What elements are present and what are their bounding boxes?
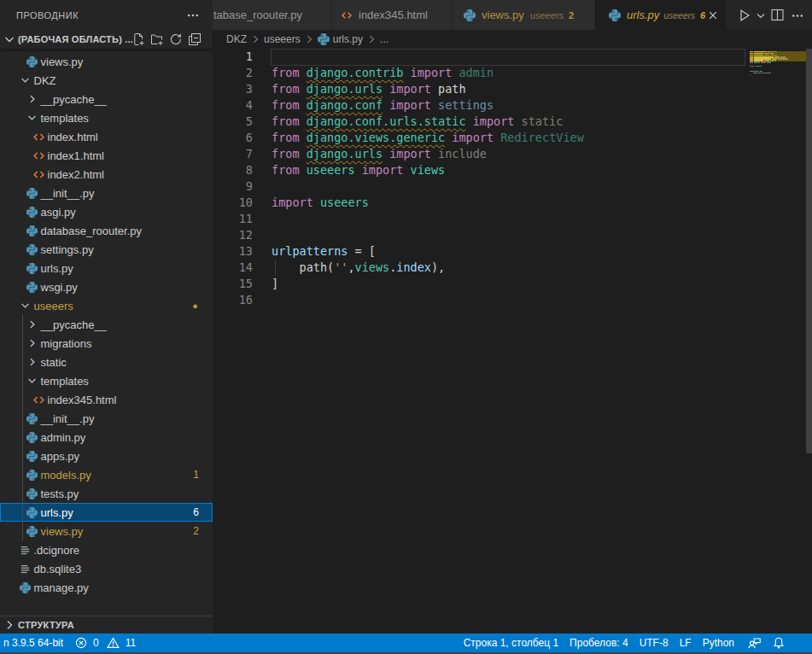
statusbar-python-version[interactable]: n 3.9.5 64-bit (0, 634, 67, 652)
split-editor-icon[interactable] (767, 6, 787, 25)
statusbar-feedback-icon[interactable] (742, 634, 767, 652)
collapse-all-icon[interactable] (188, 32, 202, 46)
explorer-more-actions-button[interactable] (185, 8, 201, 23)
more-actions-icon[interactable] (787, 6, 808, 25)
code-line-7[interactable]: from django.urls import include (272, 146, 487, 162)
workspace-section-header[interactable]: (РАБОЧАЯ ОБЛАСТЬ) ... (0, 30, 213, 49)
python-file-icon (26, 205, 38, 219)
tree-file-asgi.py[interactable]: asgi.py (0, 202, 213, 221)
tree-item-label: urls.py (41, 506, 73, 519)
new-folder-icon[interactable] (150, 32, 164, 46)
html-file-icon (340, 9, 353, 22)
token: views (411, 163, 446, 177)
tree-file-index.html[interactable]: index.html (0, 127, 213, 146)
tree-file-urls.py[interactable]: urls.py6 (0, 503, 213, 522)
tree-file-index2.html[interactable]: index2.html (0, 165, 213, 184)
python-file-icon (26, 224, 38, 237)
code-line-3[interactable]: from django.urls import path (272, 81, 466, 97)
code-line-5[interactable]: from django.conf.urls.static import stat… (272, 114, 563, 130)
tree-folder-templates[interactable]: templates (0, 108, 213, 127)
breadcrumb-separator-icon (249, 33, 261, 45)
token: django.urls (307, 147, 383, 161)
tab-tabase_roouter.py[interactable]: tabase_roouter.py (213, 0, 331, 30)
tree-file-__init__.py[interactable]: __init__.py (0, 184, 213, 202)
run-dropdown-chevron-icon[interactable] (755, 6, 767, 25)
modified-dot-badge: ● (192, 296, 198, 315)
tree-item-label: templates (41, 112, 89, 125)
code-line-10[interactable]: import useeers (272, 195, 369, 211)
error-icon (75, 637, 87, 649)
tree-file-database_roouter.py[interactable]: database_roouter.py (0, 221, 213, 240)
token: from (272, 147, 307, 161)
code-line-2[interactable]: from django.contrib import admin (272, 65, 494, 81)
problems-count-badge: 6 (193, 503, 199, 522)
close-tab-button[interactable] (706, 7, 720, 24)
tree-folder-__pycache__[interactable]: __pycache__ (0, 90, 213, 108)
code-line-14[interactable]: path('',views.index), (272, 260, 445, 276)
minimap[interactable] (750, 49, 806, 634)
tree-folder-migrations[interactable]: migrations (0, 334, 213, 353)
outline-section-header[interactable]: СТРУКТУРА (0, 616, 213, 634)
statusbar-problems[interactable]: 011 (72, 634, 139, 652)
tree-file-admin.py[interactable]: admin.py (0, 428, 213, 447)
python-file-icon (26, 55, 38, 68)
tab-index345.html[interactable]: index345.html (331, 0, 453, 30)
code-editor[interactable]: 12from django.contrib import admin3from … (213, 49, 812, 634)
statusbar-indentation[interactable]: Пробелов: 4 (566, 634, 632, 652)
code-line-13[interactable]: urlpatterns = [ (272, 243, 376, 260)
tree-file-wsgi.py[interactable]: wsgi.py (0, 277, 213, 296)
breadcrumb-item-useeers[interactable]: useeers (264, 33, 301, 45)
tree-folder-__pycache__[interactable]: __pycache__ (0, 315, 213, 334)
statusbar-eol[interactable]: LF (676, 634, 695, 652)
breadcrumb-item-DKZ[interactable]: DKZ (226, 33, 247, 45)
statusbar-language-mode[interactable]: Python (699, 634, 738, 652)
minimap-code-mark (750, 61, 753, 62)
tree-file-__init__.py[interactable]: __init__.py (0, 409, 213, 428)
tree-file-views.py[interactable]: views.py2 (0, 522, 213, 540)
tab-urls.py[interactable]: urls.pyuseeers6 (595, 0, 727, 30)
tree-folder-templates[interactable]: templates (0, 371, 213, 390)
tab-views.py[interactable]: views.pyuseeers2 (453, 0, 595, 30)
tree-file-apps.py[interactable]: apps.py (0, 447, 213, 465)
statusbar-cursor-position[interactable]: Строка 1, столбец 1 (460, 634, 562, 652)
code-line-15[interactable]: ] (272, 276, 278, 292)
code-line-6[interactable]: from django.views.generic import Redirec… (272, 130, 584, 146)
breadcrumb-item-...[interactable]: ... (380, 33, 388, 45)
minimap-code-mark (778, 58, 788, 59)
tree-file-tests.py[interactable]: tests.py (0, 484, 213, 503)
statusbar-notifications-icon[interactable] (767, 634, 791, 652)
tree-file-views.py[interactable]: views.py (0, 52, 213, 71)
run-python-file-icon[interactable] (734, 6, 755, 25)
chevron-right-icon (26, 355, 38, 369)
tree-item-label: settings.py (41, 243, 94, 256)
tree-folder-DKZ[interactable]: DKZ (0, 71, 213, 90)
tree-file-settings.py[interactable]: settings.py (0, 240, 213, 259)
tree-file-index1.html[interactable]: index1.html (0, 146, 213, 165)
tree-file-db.sqlite3[interactable]: db.sqlite3 (0, 559, 213, 578)
chevron-down-icon (26, 111, 38, 125)
code-line-4[interactable]: from django.conf import settings (272, 97, 494, 114)
token: static (522, 114, 564, 128)
tree-item-label: .dcignore (34, 544, 79, 557)
tree-file-.dcignore[interactable]: .dcignore (0, 540, 213, 559)
refresh-icon[interactable] (169, 32, 183, 46)
minimap-code-mark (754, 61, 760, 62)
tree-file-models.py[interactable]: models.py1 (0, 465, 213, 484)
minimap-code-mark (750, 66, 755, 67)
breadcrumb-item-urls.py[interactable]: urls.py (318, 33, 363, 45)
tree-item-label: __pycache__ (41, 318, 107, 331)
code-line-8[interactable]: from useeers import views (272, 162, 445, 178)
tree-folder-useeers[interactable]: useeers● (0, 296, 213, 315)
new-file-icon[interactable] (131, 32, 145, 46)
minimap-code-mark (769, 73, 771, 73)
outline-section-title: СТРУКТУРА (18, 620, 74, 630)
statusbar-encoding[interactable]: UTF-8 (636, 634, 672, 652)
tree-file-index345.html[interactable]: index345.html (0, 390, 213, 409)
token: import (383, 98, 438, 112)
token: RedirectView (500, 131, 584, 144)
token: , (348, 260, 354, 274)
tree-folder-static[interactable]: static (0, 353, 213, 371)
tree-file-urls.py[interactable]: urls.py (0, 259, 213, 277)
tree-file-manage.py[interactable]: manage.py (0, 578, 213, 597)
vertical-scrollbar[interactable] (806, 49, 812, 453)
